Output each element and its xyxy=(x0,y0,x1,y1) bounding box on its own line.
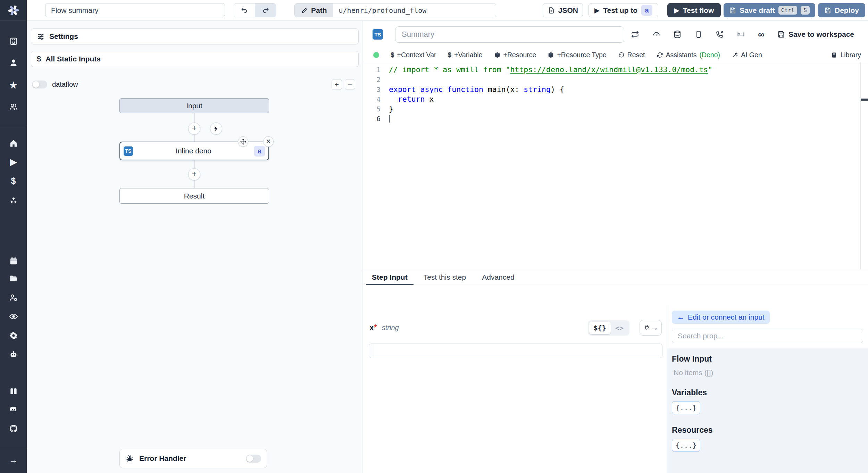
redo-button[interactable] xyxy=(255,3,276,17)
static-value-segment[interactable]: ${} xyxy=(589,322,611,334)
flow-input-node[interactable]: Input xyxy=(119,98,269,113)
docs-book-icon[interactable] xyxy=(0,386,27,397)
flow-result-node[interactable]: Result xyxy=(119,188,269,204)
save-to-workspace-button[interactable]: Save to workspace xyxy=(777,30,854,39)
variables-dollar-icon[interactable]: $ xyxy=(0,176,27,186)
path-label: Path xyxy=(311,6,327,15)
add-context-var-button[interactable]: $+Context Var xyxy=(391,51,436,59)
test-up-to-button[interactable]: ▶ Test up to a xyxy=(589,3,658,17)
home-icon[interactable] xyxy=(0,138,27,149)
delete-step-button[interactable]: × xyxy=(263,136,274,147)
library-button[interactable]: Library xyxy=(831,51,861,59)
library-book-icon xyxy=(831,52,837,58)
tab-advanced[interactable]: Advanced xyxy=(476,270,520,285)
move-step-button[interactable] xyxy=(238,136,248,147)
workers-user-cog-icon[interactable] xyxy=(0,293,27,303)
overview-mark xyxy=(861,99,868,101)
package-icon xyxy=(548,52,554,58)
flow-graph: Input + TS Inline deno a × + Result Erro… xyxy=(27,21,362,473)
refresh-icon xyxy=(657,52,663,58)
editor-overview-ruler[interactable] xyxy=(860,62,868,270)
audit-eye-icon[interactable] xyxy=(0,311,27,322)
import-url-link[interactable]: https://deno.land/x/windmill@v1.133.0/mo… xyxy=(510,65,708,74)
pencil-icon xyxy=(301,7,308,14)
sidebar-divider xyxy=(0,448,27,448)
path-edit-chip[interactable]: Path xyxy=(295,3,333,17)
tab-step-input[interactable]: Step Input xyxy=(366,270,414,285)
step-setting-icons: ∞ Save to workspace xyxy=(631,30,854,39)
cache-database-icon[interactable] xyxy=(673,30,682,39)
connect-input-button[interactable]: → xyxy=(640,320,662,336)
add-step-button[interactable]: + xyxy=(188,168,200,180)
workspace-building-icon[interactable] xyxy=(0,36,27,47)
lightning-icon xyxy=(213,125,219,132)
package-icon xyxy=(494,52,501,58)
save-draft-button[interactable]: Save draft Ctrl S xyxy=(724,3,815,17)
argument-value-field[interactable] xyxy=(369,344,662,358)
variables-object-chip[interactable]: {...} xyxy=(672,401,700,414)
json-button[interactable]: JSON xyxy=(543,3,583,17)
settings-gear-icon[interactable] xyxy=(0,330,27,341)
discord-icon[interactable] xyxy=(0,404,27,415)
user-icon[interactable] xyxy=(0,58,27,68)
bottom-tabs: Step Input Test this step Advanced xyxy=(362,270,868,285)
folders-folder-icon[interactable] xyxy=(0,273,27,284)
assistants-button[interactable]: Assistants(Deno) xyxy=(657,51,720,59)
step-summary-input[interactable] xyxy=(395,26,624,43)
suspend-rectangle-icon[interactable] xyxy=(694,30,703,39)
schedules-calendar-icon[interactable] xyxy=(0,256,27,266)
plug-icon xyxy=(643,324,650,331)
props-panel: ← Edit or connect an input Flow Input No… xyxy=(667,305,868,473)
props-sections: Flow Input No items ([]) Variables {...}… xyxy=(667,348,868,473)
windmill-logo[interactable] xyxy=(0,0,27,21)
retry-icon[interactable] xyxy=(631,30,639,39)
required-asterisk: * xyxy=(374,323,377,332)
status-dot xyxy=(373,52,379,58)
edit-or-connect-button[interactable]: ← Edit or connect an input xyxy=(672,311,770,324)
mock-infinity-icon[interactable]: ∞ xyxy=(758,30,765,39)
add-resource-type-button[interactable]: +Resource Type xyxy=(548,51,606,59)
kbd-ctrl: Ctrl xyxy=(778,6,798,15)
error-handler-toggle[interactable] xyxy=(246,455,261,463)
favorites-star-icon[interactable]: ★ xyxy=(0,80,27,90)
phone-incoming-icon[interactable] xyxy=(716,30,724,39)
path-input[interactable] xyxy=(333,3,496,17)
code-editor[interactable]: 1 2 3 4 5 6 // import * as wmill from "h… xyxy=(362,62,868,270)
ai-gen-button[interactable]: AI Gen xyxy=(732,51,762,59)
trigger-bolt-button[interactable] xyxy=(210,123,222,135)
add-variable-button[interactable]: $+Variable xyxy=(448,51,482,59)
add-resource-button[interactable]: +Resource xyxy=(494,51,536,59)
add-step-button[interactable]: + xyxy=(188,123,200,135)
deploy-button[interactable]: Deploy xyxy=(818,3,865,17)
sidebar-divider xyxy=(0,125,27,125)
top-bar: Path JSON ▶ Test up to a ▶ Test flow Sav… xyxy=(27,0,868,21)
tab-test-this-step[interactable]: Test this step xyxy=(418,270,472,285)
test-flow-button[interactable]: ▶ Test flow xyxy=(667,3,721,17)
typescript-badge: TS xyxy=(373,29,383,40)
undo-button[interactable] xyxy=(234,3,255,17)
sleep-bed-icon[interactable] xyxy=(737,30,745,39)
field-gutter xyxy=(369,344,374,358)
resources-cubes-icon[interactable] xyxy=(0,196,27,206)
bug-icon xyxy=(125,454,134,463)
github-icon[interactable] xyxy=(0,423,27,434)
step-input-content: x* string ${} <> → xyxy=(362,305,667,473)
play-icon: ▶ xyxy=(674,7,679,14)
step-id-badge: a xyxy=(641,5,652,16)
flow-input-empty: No items ([]) xyxy=(674,369,868,377)
runs-play-icon[interactable]: ▶ xyxy=(0,157,27,167)
code-value-segment[interactable]: <> xyxy=(611,322,628,334)
code-content: // import * as wmill from "https://deno.… xyxy=(389,65,860,124)
save-icon xyxy=(777,31,785,38)
toggle-knob xyxy=(247,455,253,462)
gauge-icon[interactable] xyxy=(652,30,660,39)
ai-bot-icon[interactable] xyxy=(0,349,27,360)
flow-summary-input[interactable] xyxy=(45,3,225,17)
groups-users-icon[interactable] xyxy=(0,102,27,112)
expand-sidebar-arrow-icon[interactable]: → xyxy=(0,455,27,465)
argument-value-input[interactable] xyxy=(374,344,662,358)
argument-row: x* string ${} <> → xyxy=(369,320,662,336)
search-prop-input[interactable] xyxy=(672,329,863,343)
resources-object-chip[interactable]: {...} xyxy=(672,439,700,452)
reset-button[interactable]: Reset xyxy=(618,51,645,59)
